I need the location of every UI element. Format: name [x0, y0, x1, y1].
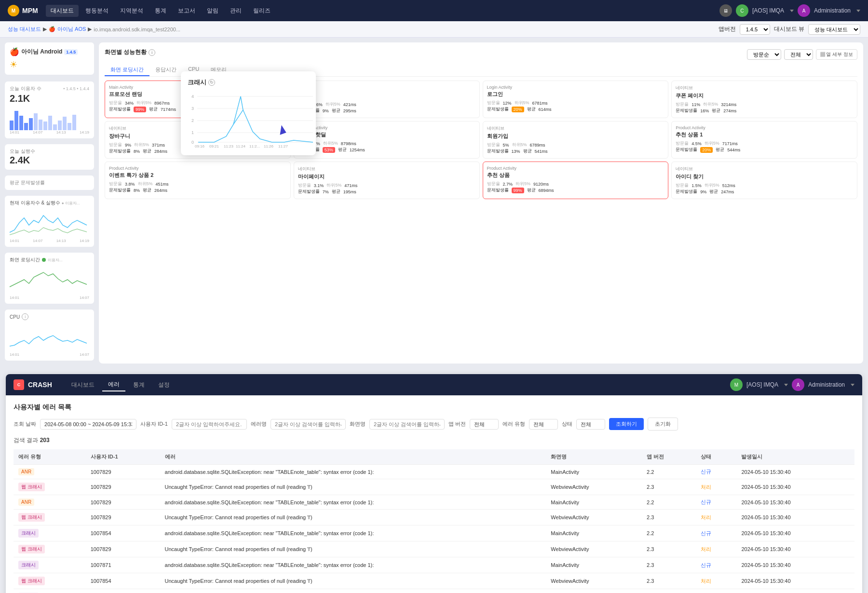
date-range-input[interactable] — [40, 419, 136, 430]
app-logo[interactable]: M MPM — [8, 5, 38, 16]
filter-all-select[interactable]: 전체 — [784, 49, 813, 60]
table-row-4[interactable]: 크래시 1007854 android.database.sqlite.SQLi… — [14, 526, 854, 541]
crash-admin-name: Administration — [808, 381, 845, 388]
app-title-text: 아이님 Android — [21, 48, 62, 56]
search-button[interactable]: 조회하기 — [609, 418, 644, 430]
dashboard-view-select[interactable]: 성능 대시보드 — [808, 24, 860, 35]
daily-users-axis: 14:0114:0714:1314:19 — [10, 130, 89, 135]
svg-text:09:21: 09:21 — [209, 144, 219, 148]
nav-dashboard[interactable]: 대시보드 — [46, 5, 79, 17]
col-error-type: 에러 유형 — [14, 449, 86, 465]
crash-chart: 4 3 2 1 0 09:16 09: — [188, 91, 309, 148]
cell-date-4: 2024-05-10 15:30:40 — [736, 526, 854, 541]
crash-nav-error[interactable]: 에러 — [102, 378, 125, 391]
crash-info-icon: ↻ — [208, 79, 215, 86]
version-select[interactable]: 1.4.5 — [740, 24, 770, 35]
crash-nav-dashboard[interactable]: 대시보드 — [66, 379, 100, 391]
screen-perf-info: i — [149, 49, 155, 56]
screen-card-9[interactable]: 네이티브 마이페이지 방문율3.1% 하위5%471ms 문제발생률7% 평균1… — [294, 162, 480, 199]
cell-userid-6: 1007871 — [86, 557, 160, 573]
screen-input[interactable] — [369, 419, 445, 430]
col-error: 에러 — [160, 449, 546, 465]
screen-type-5: Product Activity — [298, 125, 475, 130]
screen-issue-1: 문제발생률9% 평균295ms — [298, 108, 475, 114]
cell-date-7: 2024-05-10 15:30:40 — [736, 573, 854, 589]
screen-card-1[interactable]: 네이티브 메인 홈 방문율26% 하위5%421ms 문제발생률9% 평균295… — [294, 81, 480, 118]
error-input[interactable] — [271, 419, 346, 430]
table-row-5[interactable]: 웹 크래시 1007829 Uncaught TypeError: Cannot… — [14, 541, 854, 557]
reset-button[interactable]: 초기화 — [648, 418, 678, 431]
table-row-3[interactable]: 웹 크래시 1007829 Uncaught TypeError: Cannot… — [14, 510, 854, 526]
cell-type-8: 크래시 — [14, 589, 86, 593]
svg-rect-1 — [14, 111, 18, 130]
screen-name-10: 추천 상품 — [487, 172, 665, 179]
screen-card-8[interactable]: Product Activity 이벤트 특가 상품 2 방문율3.8% 하위5… — [105, 162, 291, 199]
table-row-0[interactable]: ANR 1007829 android.database.sqlite.SQLi… — [14, 465, 854, 479]
crash-nav-settings[interactable]: 설정 — [152, 379, 176, 391]
svg-rect-5 — [34, 113, 38, 130]
cell-version-5: 2.3 — [642, 541, 696, 557]
nav-stats[interactable]: 통계 — [150, 5, 171, 17]
cell-version-3: 2.3 — [642, 510, 696, 526]
user-dropdown[interactable] — [856, 10, 860, 12]
sort-select[interactable]: 방문순 — [747, 49, 781, 60]
screen-card-5[interactable]: Product Activity 오늘의 핫딜 방문율7% 하위5%8798ms… — [294, 121, 480, 159]
user-id-input[interactable] — [172, 419, 247, 430]
screen-card-3[interactable]: 네이티브 쿠폰 페이지 방문율11% 하위5%3214ms 문제발생률16% 평… — [671, 81, 857, 118]
performance-panel: 크래시 ↻ 4 3 2 1 0 — [99, 42, 863, 364]
screen-card-7[interactable]: Product Activity 추천 상품 1 방문율4.5% 하위5%717… — [671, 121, 857, 159]
error-type-filter-select[interactable]: 전체 — [529, 419, 558, 430]
cpu-card: CPU i 14:0114:07 — [5, 310, 94, 361]
cell-type-1: 웹 크래시 — [14, 479, 86, 495]
svg-rect-11 — [63, 117, 67, 130]
cpu-chart — [10, 322, 89, 352]
screen-card-11[interactable]: 네이티브 아이디 찾기 방문율1.5% 하위5%512ms 문제발생률9% 평균… — [671, 162, 857, 199]
crash-app-dropdown[interactable] — [784, 384, 788, 386]
nav-alarm[interactable]: 알림 — [202, 5, 223, 17]
current-users-chart — [10, 208, 89, 239]
daily-users-chart — [10, 106, 89, 130]
screen-type-11: 네이티브 — [676, 166, 853, 172]
svg-rect-9 — [53, 124, 57, 130]
cell-status-4: 신규 — [696, 526, 736, 541]
table-row-1[interactable]: 웹 크래시 1007829 Uncaught TypeError: Cannot… — [14, 479, 854, 495]
nav-manage[interactable]: 관리 — [225, 5, 246, 17]
table-row-7[interactable]: 웹 크래시 1007854 Uncaught TypeError: Cannot… — [14, 573, 854, 589]
screen-name-6: 회원가입 — [487, 133, 665, 140]
nav-report[interactable]: 보고서 — [173, 5, 200, 17]
table-row-2[interactable]: ANR 1007829 android.database.sqlite.SQLi… — [14, 495, 854, 510]
nav-behavior[interactable]: 행동분석 — [81, 5, 113, 17]
breadcrumb-app[interactable]: 아이님 AOS — [57, 26, 86, 33]
cell-userid-2: 1007829 — [86, 495, 160, 510]
cell-screen-2: MainActivity — [546, 495, 642, 510]
breadcrumb-perf[interactable]: 성능 대시보드 — [8, 26, 41, 33]
table-row-6[interactable]: 크래시 1007871 android.database.sqlite.SQLi… — [14, 557, 854, 573]
app-name-dropdown[interactable] — [790, 10, 794, 12]
screen-name-9: 마이페이지 — [298, 173, 475, 180]
nav-region[interactable]: 지역분석 — [115, 5, 148, 17]
svg-rect-3 — [24, 123, 28, 130]
status-filter-select[interactable]: 전체 — [576, 419, 605, 430]
tab-load-time[interactable]: 화면 로딩시간 — [105, 64, 149, 76]
user-name-label: Administration — [814, 7, 851, 14]
cell-type-6: 크래시 — [14, 557, 86, 573]
cell-error-2: android.database.sqlite.SQLiteException:… — [160, 495, 546, 510]
screen-card-10[interactable]: Product Activity 추천 상품 방문율2.7% 하위5%9120m… — [483, 162, 669, 199]
app-info-card: 🍎 아이님 Android 1.4.5 ☀ — [5, 42, 94, 75]
app-version-filter-select[interactable]: 전체 — [470, 419, 499, 430]
cell-type-5: 웹 크래시 — [14, 541, 86, 557]
crash-admin-dropdown[interactable] — [851, 384, 854, 386]
nav-release[interactable]: 릴리즈 — [248, 5, 275, 17]
crash-nav-stats[interactable]: 통계 — [127, 379, 150, 391]
cell-screen-4: MainActivity — [546, 526, 642, 541]
tab-response-time[interactable]: 응답시간 — [149, 64, 182, 76]
date-filter-label: 조회 날짜 — [14, 420, 36, 428]
screen-metrics-9: 방문율3.1% 하위5%471ms — [298, 182, 475, 189]
cell-date-3: 2024-05-10 15:30:40 — [736, 510, 854, 526]
table-row-8[interactable]: 크래시 1007871 android.database.sqlite.SQLi… — [14, 589, 854, 593]
column-settings-btn[interactable]: ▦ 열 세부 정보 — [816, 49, 857, 60]
cell-status-8: 신규 — [696, 589, 736, 593]
screen-card-2[interactable]: Login Activity 로그인 방문율12% 하위5%6781ms 문제발… — [483, 81, 669, 118]
svg-text:1: 1 — [191, 130, 194, 135]
screen-card-6[interactable]: 네이티브 회원가입 방문율5% 하위5%6789ms 문제발생률13% 평균54… — [483, 121, 669, 159]
